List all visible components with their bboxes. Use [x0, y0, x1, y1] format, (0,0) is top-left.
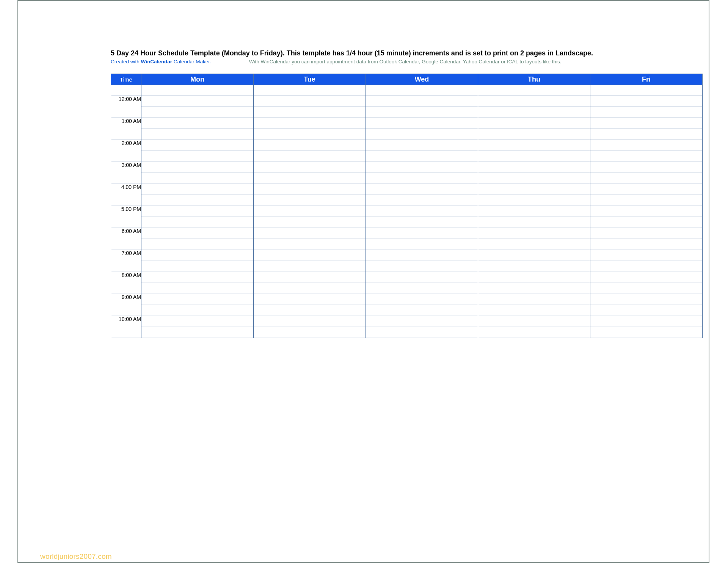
slot-cell — [590, 305, 703, 316]
slot-cell — [590, 118, 703, 129]
document-content: 5 Day 24 Hour Schedule Template (Monday … — [111, 49, 702, 338]
slot-cell — [590, 250, 703, 261]
slot-cell — [366, 327, 478, 338]
slot-cell — [141, 140, 254, 151]
slot-cell — [254, 316, 366, 327]
slot-cell — [366, 217, 478, 228]
slot-cell — [141, 228, 254, 239]
header-row: Time Mon Tue Wed Thu Fri — [111, 74, 703, 85]
table-row — [111, 305, 703, 316]
slot-cell — [254, 118, 366, 129]
table-row — [111, 85, 703, 96]
slot-cell — [478, 228, 590, 239]
credit-prefix: Created with — [111, 59, 141, 64]
time-label: 4:00 PM — [111, 184, 141, 206]
table-row: 8:00 AM — [111, 272, 703, 283]
slot-cell — [254, 173, 366, 184]
slot-cell — [141, 184, 254, 195]
table-row: 10:00 AM — [111, 316, 703, 327]
time-header: Time — [111, 74, 141, 85]
slot-cell — [366, 184, 478, 195]
time-label: 8:00 AM — [111, 272, 141, 294]
table-row: 2:00 AM — [111, 140, 703, 151]
slot-cell — [254, 217, 366, 228]
slot-cell — [590, 173, 703, 184]
slot-cell — [478, 173, 590, 184]
slot-cell — [141, 118, 254, 129]
slot-cell — [366, 173, 478, 184]
day-header-tue: Tue — [254, 74, 366, 85]
slot-cell — [478, 272, 590, 283]
schedule-table: Time Mon Tue Wed Thu Fri 12:00 AM1:00 AM… — [111, 74, 703, 338]
slot-cell — [478, 85, 590, 96]
slot-cell — [478, 184, 590, 195]
slot-cell — [478, 107, 590, 118]
slot-cell — [141, 239, 254, 250]
slot-cell — [254, 184, 366, 195]
slot-cell — [590, 316, 703, 327]
slot-cell — [478, 140, 590, 151]
table-row: 7:00 AM — [111, 250, 703, 261]
slot-cell — [590, 261, 703, 272]
slot-cell — [141, 107, 254, 118]
description-text: With WinCalendar you can import appointm… — [249, 59, 562, 64]
table-row — [111, 107, 703, 118]
slot-cell — [254, 228, 366, 239]
time-label: 9:00 AM — [111, 294, 141, 316]
watermark: worldjuniors2007.com — [40, 552, 112, 561]
slot-cell — [366, 151, 478, 162]
slot-cell — [366, 195, 478, 206]
slot-cell — [478, 283, 590, 294]
slot-cell — [478, 294, 590, 305]
slot-cell — [590, 151, 703, 162]
table-row — [111, 327, 703, 338]
slot-cell — [590, 184, 703, 195]
slot-cell — [141, 129, 254, 140]
slot-cell — [590, 162, 703, 173]
slot-cell — [254, 239, 366, 250]
slot-cell — [590, 283, 703, 294]
slot-cell — [590, 217, 703, 228]
slot-cell — [478, 305, 590, 316]
table-row — [111, 261, 703, 272]
slot-cell — [366, 118, 478, 129]
credit-link[interactable]: Created with WinCalendar Calendar Maker. — [111, 59, 211, 64]
slot-cell — [254, 283, 366, 294]
slot-cell — [254, 85, 366, 96]
slot-cell — [254, 162, 366, 173]
time-label: 7:00 AM — [111, 250, 141, 272]
slot-cell — [590, 195, 703, 206]
slot-cell — [141, 85, 254, 96]
slot-cell — [141, 206, 254, 217]
slot-cell — [141, 305, 254, 316]
day-header-thu: Thu — [478, 74, 590, 85]
credit-suffix: Calendar Maker. — [172, 59, 211, 64]
slot-cell — [141, 283, 254, 294]
slot-cell — [590, 327, 703, 338]
slot-cell — [141, 316, 254, 327]
slot-cell — [254, 327, 366, 338]
slot-cell — [478, 206, 590, 217]
day-header-wed: Wed — [366, 74, 478, 85]
slot-cell — [590, 107, 703, 118]
slot-cell — [141, 162, 254, 173]
time-cell — [111, 85, 141, 96]
slot-cell — [366, 272, 478, 283]
slot-cell — [254, 272, 366, 283]
slot-cell — [366, 107, 478, 118]
table-row — [111, 151, 703, 162]
slot-cell — [590, 228, 703, 239]
slot-cell — [590, 96, 703, 107]
slot-cell — [478, 118, 590, 129]
slot-cell — [141, 272, 254, 283]
slot-cell — [141, 327, 254, 338]
document-subline: Created with WinCalendar Calendar Maker.… — [111, 59, 702, 64]
time-label: 2:00 AM — [111, 140, 141, 162]
slot-cell — [478, 129, 590, 140]
slot-cell — [366, 140, 478, 151]
slot-cell — [254, 206, 366, 217]
slot-cell — [590, 272, 703, 283]
day-header-mon: Mon — [141, 74, 254, 85]
slot-cell — [478, 217, 590, 228]
slot-cell — [366, 239, 478, 250]
